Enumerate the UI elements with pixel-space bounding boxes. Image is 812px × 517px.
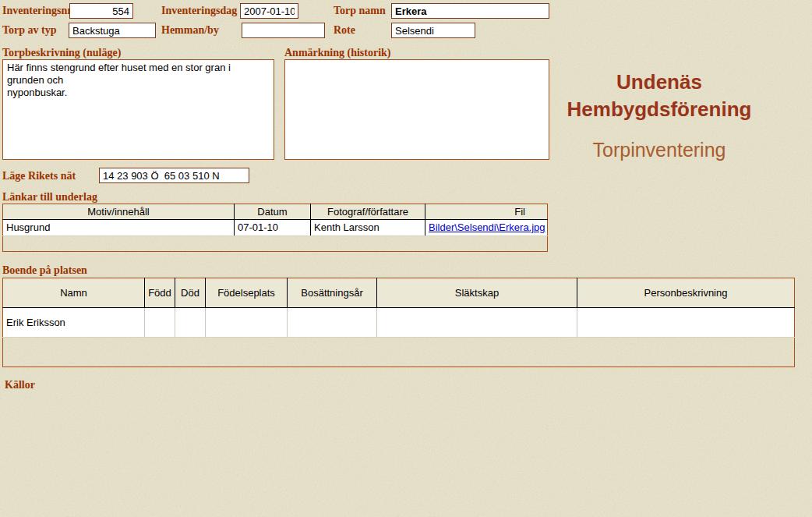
links-cell-datum[interactable]: 07-01-10	[235, 220, 311, 235]
rote-input[interactable]	[391, 23, 475, 38]
residents-col-dod: Död	[175, 278, 206, 308]
residents-col-namn: Namn	[3, 278, 145, 308]
residents-header-row: Namn Född Död Födelseplats Bosättningsår…	[3, 278, 795, 308]
app-subtitle: Torpinventering	[536, 139, 782, 161]
anmarkning-textarea[interactable]	[284, 59, 549, 160]
inventeringsnr-label: Inventeringsnr	[2, 5, 72, 17]
file-link[interactable]: Bilder\Selsendi\Erkera.jpg	[429, 221, 545, 233]
links-header-row: Motiv/innehåll Datum Fotograf/författare…	[3, 204, 548, 220]
links-table-row: Husgrund 07-01-10 Kenth Larsson Bilder\S…	[3, 220, 548, 235]
torpnamn-input[interactable]	[391, 3, 549, 19]
torpbeskrivning-textarea[interactable]	[2, 59, 274, 160]
sources-heading: Källor	[5, 379, 35, 391]
links-empty-area	[3, 235, 548, 251]
hemmanby-input[interactable]	[242, 23, 325, 38]
residents-col-bosattningsar: Bosättningsår	[288, 278, 377, 308]
torpavtyp-label: Torp av typ	[2, 24, 57, 37]
inventeringsnr-input[interactable]	[69, 3, 133, 19]
residents-col-slaktskap: Släktskap	[377, 278, 577, 308]
lage-input[interactable]	[99, 168, 249, 183]
torpnamn-label: Torp namn	[334, 5, 386, 17]
torpavtyp-input[interactable]	[69, 23, 156, 38]
inventeringsdag-input[interactable]	[240, 3, 298, 19]
residents-table-row: Erik Eriksson	[3, 308, 795, 338]
links-cell-fotograf[interactable]: Kenth Larsson	[311, 220, 425, 235]
links-cell-fil: Bilder\Selsendi\Erkera.jpg	[425, 220, 548, 235]
residents-cell-dod[interactable]	[175, 308, 206, 338]
residents-cell-fodelseplats[interactable]	[206, 308, 288, 338]
residents-cell-fodd[interactable]	[145, 308, 175, 338]
residents-empty-area	[3, 338, 795, 367]
residents-table: Namn Född Död Födelseplats Bosättningsår…	[2, 278, 795, 367]
residents-col-fodd: Född	[145, 278, 175, 308]
links-table: Motiv/innehåll Datum Fotograf/författare…	[2, 204, 548, 252]
inventeringsdag-label: Inventeringsdag	[161, 5, 237, 17]
residents-col-fodelseplats: Födelseplats	[206, 278, 288, 308]
anmarkning-label: Anmärkning (historik)	[284, 47, 391, 59]
residents-cell-namn[interactable]: Erik Eriksson	[3, 308, 145, 338]
org-title-block: Undenäs Hembygdsförening Torpinventering	[536, 69, 782, 161]
residents-cell-slaktskap[interactable]	[377, 308, 577, 338]
lage-label: Läge Rikets nät	[2, 170, 76, 182]
residents-cell-personbeskrivning[interactable]	[577, 308, 795, 338]
residents-col-personbeskrivning: Personbeskrivning	[577, 278, 795, 308]
hemmanby-label: Hemman/by	[161, 24, 219, 37]
links-col-fil: Fil	[425, 204, 548, 220]
links-cell-motiv[interactable]: Husgrund	[3, 220, 235, 235]
links-heading: Länkar till underlag	[2, 191, 97, 204]
residents-heading: Boende på platsen	[2, 264, 87, 277]
torpbeskrivning-label: Torpbeskrivning (nuläge)	[2, 47, 121, 59]
org-title-line2: Hembygdsförening	[536, 96, 782, 123]
residents-cell-bosattningsar[interactable]	[288, 308, 377, 338]
links-col-datum: Datum	[235, 204, 311, 220]
org-title-line1: Undenäs	[536, 69, 782, 96]
torpinventering-form: Inventeringsnr Inventeringsdag Torp namn…	[0, 0, 812, 517]
rote-label: Rote	[334, 24, 355, 37]
links-col-motiv: Motiv/innehåll	[3, 204, 235, 220]
links-col-fotograf: Fotograf/författare	[311, 204, 425, 220]
